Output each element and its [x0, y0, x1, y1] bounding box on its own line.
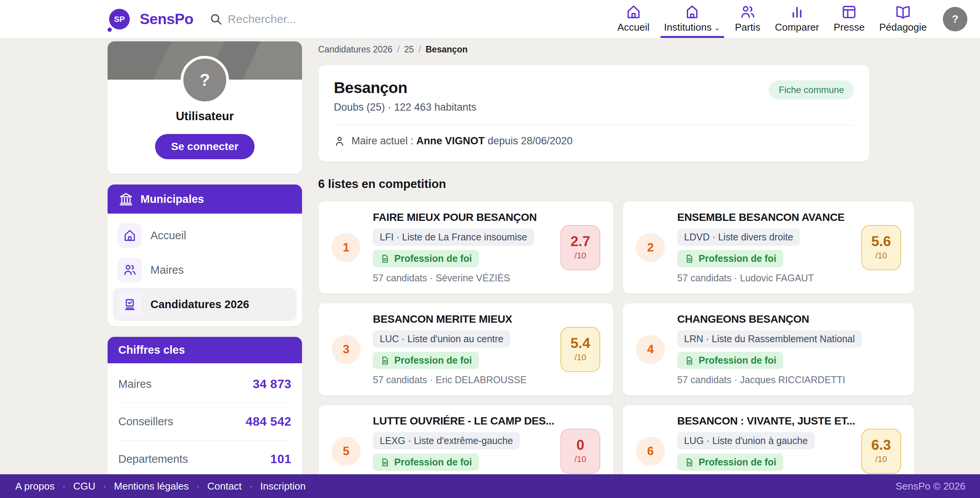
profession-de-foi-badge[interactable]: Profession de foi — [677, 250, 783, 267]
list-card[interactable]: 1 FAIRE MIEUX POUR BESANÇON LFI · Liste … — [318, 201, 614, 294]
logo-sp-icon: SP — [109, 9, 130, 29]
nav-label: Institutions⌄ — [664, 21, 720, 33]
document-icon — [684, 254, 694, 264]
footer-link-a-propos[interactable]: A propos — [15, 480, 55, 492]
nav-item-institutions[interactable]: Institutions⌄ — [659, 0, 726, 38]
document-icon — [684, 356, 694, 366]
rank-badge: 4 — [636, 335, 665, 364]
search-icon — [209, 13, 222, 26]
score-denominator: /10 — [575, 454, 586, 464]
document-icon — [380, 457, 390, 467]
list-card[interactable]: 2 ENSEMBLE BESANCON AVANCE LDVD · Liste … — [622, 201, 915, 294]
profession-de-foi-badge[interactable]: Profession de foi — [677, 454, 783, 471]
breadcrumb-item[interactable]: 25 — [404, 44, 414, 55]
score-value: 2.7 — [570, 234, 590, 248]
city-card: Besançon Doubs (25) · 122 463 habitants … — [318, 65, 870, 162]
mayor-row: Maire actuel : Anne VIGNOT depuis 28/06/… — [334, 135, 854, 150]
city-name: Besançon — [334, 79, 476, 97]
brand-logo[interactable]: SP SensPo — [109, 9, 193, 29]
list-card-body: BESANCON : VIVANTE, JUSTE ET... LUG · Li… — [677, 415, 855, 474]
nav-label: Pédagogie — [879, 21, 927, 33]
chiffres-cles-header: Chiffres cles — [108, 337, 302, 363]
footer-separator: · — [249, 480, 253, 492]
list-card[interactable]: 6 BESANCON : VIVANTE, JUSTE ET... LUG · … — [622, 405, 915, 474]
nav-item-accueil[interactable]: Accueil — [612, 0, 655, 38]
footer-copyright: SensPo © 2026 — [895, 480, 965, 492]
search-input[interactable] — [228, 13, 343, 26]
footer-links: A propos · CGU · Mentions légales · Cont… — [15, 480, 305, 492]
user-card: ? Utilisateur Se connecter — [108, 41, 302, 174]
list-title: FAIRE MIEUX POUR BESANÇON — [373, 211, 537, 224]
list-card-body: FAIRE MIEUX POUR BESANÇON LFI · Liste de… — [373, 211, 554, 284]
profession-de-foi-badge[interactable]: Profession de foi — [373, 250, 479, 267]
rank-badge: 1 — [332, 233, 361, 262]
footer-link-inscription[interactable]: Inscription — [260, 480, 306, 492]
city-card-top: Besançon Doubs (25) · 122 463 habitants … — [334, 79, 854, 113]
list-party-tag: LFI · Liste de La France insoumise — [373, 229, 534, 246]
stat-label: Departements — [118, 453, 188, 465]
nav-item-comparer[interactable]: Comparer — [769, 0, 825, 38]
breadcrumb: Candidatures 2026 / 25 / Besançon — [318, 44, 870, 55]
section-title: Municipales — [140, 193, 204, 206]
menu-list: Accueil Maires Candidatures 2026 — [108, 214, 302, 326]
footer: A propos · CGU · Mentions légales · Cont… — [0, 474, 980, 498]
fiche-commune-badge[interactable]: Fiche commune — [769, 80, 854, 100]
nav-item-partis[interactable]: Partis — [730, 0, 766, 38]
sidebar-item-accueil[interactable]: Accueil — [113, 219, 297, 252]
footer-link-cgu[interactable]: CGU — [73, 480, 95, 492]
stat-row-departements: Departements 101 — [118, 441, 292, 474]
nav-label: Presse — [834, 21, 865, 33]
user-name: Utilisateur — [108, 109, 302, 123]
city-subtitle: Doubs (25) · 122 463 habitants — [334, 101, 476, 113]
home-icon — [123, 229, 137, 242]
stat-row-conseillers: Conseillers 484 542 — [118, 403, 292, 441]
profession-de-foi-badge[interactable]: Profession de foi — [373, 352, 479, 369]
score-value: 0 — [577, 438, 585, 452]
page: SP SensPo Accueil Institutions⌄ Partis C… — [0, 0, 980, 498]
breadcrumb-item[interactable]: Candidatures 2026 — [318, 44, 392, 55]
list-party-tag: LUC · Liste d'union au centre — [373, 330, 510, 348]
list-party-tag: LDVD · Liste divers droite — [677, 229, 800, 246]
score-badge: 5.4 /10 — [560, 327, 600, 372]
score-denominator: /10 — [875, 251, 887, 261]
score-badge: 2.7 /10 — [560, 225, 600, 270]
list-card[interactable]: 3 BESANCON MERITE MIEUX LUC · Liste d'un… — [318, 303, 614, 396]
score-denominator: /10 — [575, 251, 586, 261]
list-card-body: ENSEMBLE BESANCON AVANCE LDVD · Liste di… — [677, 211, 855, 284]
ballot-icon — [123, 297, 137, 311]
rank-badge: 5 — [332, 437, 361, 466]
search-bar[interactable] — [209, 13, 343, 26]
score-denominator: /10 — [575, 353, 586, 362]
list-candidates-meta: 57 candidats · Eric DELABROUSSE — [373, 374, 527, 385]
icon-tile — [118, 258, 142, 282]
footer-link-contact[interactable]: Contact — [207, 480, 242, 492]
building-icon — [684, 4, 700, 20]
help-button[interactable]: ? — [943, 7, 967, 31]
section-title: Chiffres cles — [118, 344, 185, 356]
nav-item-presse[interactable]: Presse — [828, 0, 870, 38]
municipales-section: Municipales Accueil Maires — [108, 185, 302, 326]
profession-de-foi-badge[interactable]: Profession de foi — [677, 352, 783, 369]
mayor-text: Maire actuel : Anne VIGNOT depuis 28/06/… — [351, 135, 573, 147]
stat-row-maires: Maires 34 873 — [118, 366, 292, 403]
lists-section-title: 6 listes en competition — [318, 177, 870, 191]
sidebar: ? Utilisateur Se connecter Municipales A… — [108, 38, 302, 474]
profession-de-foi-badge[interactable]: Profession de foi — [373, 454, 479, 471]
list-candidates-meta: 57 candidats · Séverine VÉZIÈS — [373, 273, 510, 284]
score-value: 5.4 — [570, 336, 590, 350]
list-card[interactable]: 5 LUTTE OUVRIÉRE - LE CAMP DES... LEXG ·… — [318, 405, 614, 474]
list-title: CHANGEONS BESANÇON — [677, 313, 809, 325]
sidebar-item-maires[interactable]: Maires — [113, 253, 297, 286]
login-button[interactable]: Se connecter — [155, 134, 255, 159]
municipales-header: Municipales — [108, 185, 302, 214]
stat-label: Maires — [118, 378, 152, 390]
sidebar-item-label: Accueil — [150, 229, 186, 242]
list-card[interactable]: 4 CHANGEONS BESANÇON LRN · Liste du Rass… — [622, 303, 915, 396]
sidebar-item-candidatures-2026[interactable]: Candidatures 2026 — [113, 288, 297, 321]
footer-link-mentions-legales[interactable]: Mentions légales — [114, 480, 189, 492]
nav-item-pedagogie[interactable]: Pédagogie — [874, 0, 932, 38]
main-panel: Candidatures 2026 / 25 / Besançon Besanç… — [318, 38, 870, 474]
divider — [334, 125, 854, 125]
list-title: LUTTE OUVRIÉRE - LE CAMP DES... — [373, 415, 554, 427]
bar-chart-icon — [789, 4, 805, 20]
